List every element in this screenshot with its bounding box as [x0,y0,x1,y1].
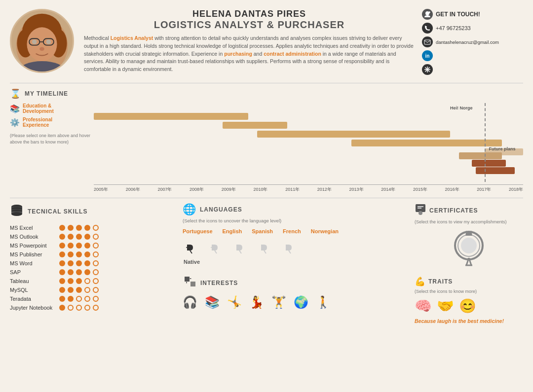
person-name: HELENA DANTAS PIRES [84,9,415,19]
trait-think-icon[interactable]: 🧠 [415,298,432,314]
skill-name: MySQL [10,287,59,293]
skill-dot-empty [84,305,90,311]
bio-h2: purchasing [224,51,252,57]
skill-row: MySQL [10,287,173,293]
trait-smile-icon[interactable]: 😊 [459,298,476,314]
trait-hand-icon[interactable]: 🤝 [437,298,454,314]
edu-bar-4[interactable] [351,140,502,146]
skill-dot-empty [84,296,90,302]
skills-column: TECNICAL SKILLS MS ExcelMS OutlookMS Pow… [10,203,173,324]
traits-icons-row: 🧠 🤝 😊 [415,298,523,314]
skill-dots [59,260,99,266]
lang-english[interactable]: English [223,228,242,234]
skill-row: MS Word [10,260,173,266]
svg-point-9 [46,39,51,44]
bio-h1: Logistics Analyst [111,35,153,41]
skill-dot-filled [68,234,74,240]
skills-list: MS ExcelMS OutlookMS PowerpointMS Publis… [10,225,173,311]
timeline-chart: Hei! Norge Future plans 2005年 2006年 2007… [94,103,523,193]
lang-french[interactable]: French [283,228,301,234]
pro-bar-3[interactable] [476,167,514,174]
linkedin-item[interactable]: in [422,50,523,61]
world-interest-icon[interactable]: 🌍 [294,295,308,309]
bio-p3: and [252,51,264,57]
skill-dot-empty [93,278,99,284]
skill-dot-filled [68,251,74,257]
skill-row: MS Excel [10,225,173,231]
other-item[interactable] [422,64,523,75]
skill-row: MS Publisher [10,251,173,257]
header-section: HELENA DANTAS PIRES LOGISTICS ANALYST & … [0,0,533,83]
skill-dot-filled [84,269,90,275]
skill-dot-filled [68,225,74,231]
skill-name: MS Outlook [10,234,59,240]
skill-name: MS Powerpoint [10,243,59,249]
cert-header: CERTIFICATES [415,203,523,217]
year-2014: 2014年 [381,186,395,193]
english-speaker-icon[interactable] [207,240,222,255]
future-plans-label: Future plans [489,146,515,151]
medal-icon[interactable] [452,228,486,268]
dance-interest-icon[interactable]: 💃 [249,295,264,309]
spanish-speaker-icon[interactable] [232,240,247,255]
skill-dots [59,225,99,231]
traits-header: 💪 TRAITS [415,276,523,287]
portuguese-speaker-icon[interactable] [183,240,197,255]
edu-legend[interactable]: 📚 Education & Development [10,103,94,114]
linkedin-icon[interactable]: in [422,50,433,61]
books-interest-icon[interactable]: 📚 [205,295,220,309]
skill-row: SAP [10,269,173,275]
skill-dot-filled [59,305,65,311]
native-label: Native [184,259,200,265]
pro-legend[interactable]: ⚙️ Professional Experience [10,117,94,128]
bottom-section: TECNICAL SKILLS MS ExcelMS OutlookMS Pow… [0,198,533,329]
phone-icon [422,23,433,34]
skill-dot-filled [76,260,82,266]
edu-bar-1[interactable] [94,113,248,120]
interests-header: INTERESTS [183,275,405,291]
year-2013: 2013年 [349,186,364,193]
skill-dot-empty [84,278,90,284]
header-info: HELENA DANTAS PIRES LOGISTICS ANALYST & … [74,9,415,73]
skill-dot-filled [59,251,65,257]
lang-portuguese[interactable]: Portuguese [183,228,213,234]
skill-row: Jupyter Notebook [10,305,173,311]
norwegian-speaker-icon[interactable] [281,240,296,255]
exercise-interest-icon[interactable]: 🤸 [227,295,242,309]
skill-dot-filled [68,269,74,275]
edu-bar-3[interactable] [257,131,451,138]
skill-dot-empty [93,296,99,302]
lang-norwegian[interactable]: Norwegian [311,228,339,234]
headphones-interest-icon[interactable]: 🎧 [183,295,197,309]
languages-header: 🌐 LANGUAGES [183,203,405,216]
skill-dot-filled [59,234,65,240]
native-label-row: Native [183,259,405,265]
lang-spanish[interactable]: Spanish [252,228,273,234]
snowflake-icon[interactable] [422,64,433,75]
hiking-interest-icon[interactable]: 🚶 [316,295,331,309]
pro-bar-2[interactable] [472,160,506,167]
wrench-icon: ⚙️ [10,118,20,127]
skill-dot-filled [59,269,65,275]
skill-dot-empty [93,225,99,231]
edu-bar-2[interactable] [223,122,287,129]
skill-dots [59,251,99,257]
puzzle-icon [183,275,196,291]
skill-dot-filled [76,269,82,275]
pro-label: Professional [23,117,52,122]
skill-dot-filled [76,234,82,240]
skill-dot-filled [68,260,74,266]
fitness-interest-icon[interactable]: 🏋️ [271,295,286,309]
pro-label2: Experience [23,122,52,128]
skills-title: TECNICAL SKILLS [28,208,87,215]
year-2016: 2016年 [445,186,459,193]
skill-name: MS Word [10,260,59,266]
certificates-section: CERTIFICATES (Select the icons to view m… [415,203,523,269]
skill-dot-empty [76,296,82,302]
french-speaker-icon[interactable] [257,240,271,255]
skill-dots [59,243,99,249]
skill-dot-filled [59,243,65,249]
cert-medal-container[interactable] [415,228,523,269]
skill-dot-empty [93,251,99,257]
skill-dot-empty [93,243,99,249]
